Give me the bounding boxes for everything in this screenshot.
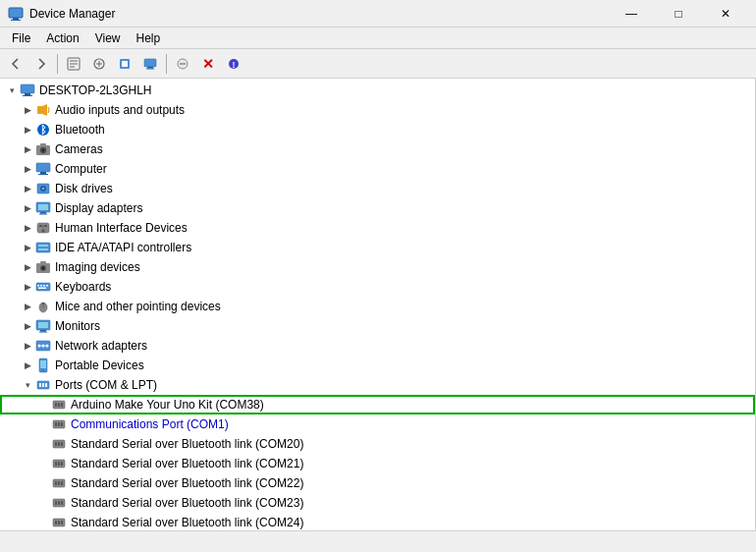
- tree-root[interactable]: ▾ DESKTOP-2L3GHLH: [0, 81, 755, 100]
- svg-rect-95: [58, 481, 60, 485]
- ide-expand[interactable]: ▶: [20, 240, 35, 255]
- device-tree[interactable]: ▾ DESKTOP-2L3GHLH ▶ Audio inputs and: [0, 79, 756, 530]
- svg-rect-82: [55, 422, 57, 426]
- toolbar-uninstall[interactable]: ✕: [196, 52, 220, 76]
- imaging-label: Imaging devices: [55, 260, 140, 274]
- title-bar-text: Device Manager: [29, 7, 609, 21]
- toolbar-properties[interactable]: [62, 52, 85, 76]
- mice-expand[interactable]: ▶: [20, 299, 35, 314]
- keyboards-label: Keyboards: [55, 280, 111, 294]
- svg-rect-94: [55, 481, 57, 485]
- tree-item-imaging[interactable]: ▶ Imaging devices: [0, 257, 755, 277]
- disk-label: Disk drives: [55, 182, 113, 195]
- tree-item-ide[interactable]: ▶ IDE ATA/ATAPI controllers: [0, 238, 755, 257]
- toolbar-action[interactable]: !: [222, 52, 245, 76]
- computer-label: Computer: [55, 162, 107, 176]
- monitors-label: Monitors: [55, 319, 100, 333]
- com21-icon: [51, 456, 67, 471]
- svg-rect-11: [122, 61, 128, 67]
- audio-expand[interactable]: ▶: [20, 102, 35, 118]
- svg-rect-90: [55, 462, 57, 466]
- maximize-button[interactable]: □: [656, 0, 701, 28]
- svg-point-67: [46, 345, 49, 348]
- imaging-expand[interactable]: ▶: [20, 259, 35, 275]
- svg-rect-103: [58, 521, 60, 524]
- display-icon: [35, 200, 51, 216]
- svg-rect-102: [55, 521, 57, 524]
- tree-item-com20[interactable]: Standard Serial over Bluetooth link (COM…: [0, 434, 755, 454]
- ide-icon: [35, 240, 51, 255]
- tree-item-portable[interactable]: ▶ Portable Devices: [0, 356, 755, 375]
- portable-expand[interactable]: ▶: [20, 358, 35, 373]
- svg-rect-38: [39, 214, 47, 215]
- menu-bar: File Action View Help: [0, 28, 756, 49]
- hid-expand[interactable]: ▶: [20, 220, 35, 236]
- svg-text:ᛒ: ᛒ: [40, 124, 47, 136]
- svg-rect-99: [58, 501, 60, 505]
- close-button[interactable]: ✕: [703, 0, 748, 28]
- svg-rect-45: [38, 245, 48, 247]
- disk-expand[interactable]: ▶: [20, 181, 35, 196]
- tree-item-keyboards[interactable]: ▶ Keyboards: [0, 277, 755, 297]
- ports-expand[interactable]: ▾: [20, 377, 35, 393]
- toolbar-computer[interactable]: [138, 52, 162, 76]
- svg-point-72: [42, 369, 44, 371]
- tree-item-bluetooth[interactable]: ▶ ᛒ Bluetooth: [0, 120, 755, 139]
- tree-item-network[interactable]: ▶ Network adapters: [0, 336, 755, 356]
- title-bar-controls: — □ ✕: [609, 0, 748, 28]
- keyboards-expand[interactable]: ▶: [20, 279, 35, 295]
- menu-file[interactable]: File: [4, 29, 38, 47]
- tree-item-audio[interactable]: ▶ Audio inputs and outputs: [0, 100, 755, 120]
- tree-item-com21[interactable]: Standard Serial over Bluetooth link (COM…: [0, 454, 755, 473]
- bluetooth-expand[interactable]: ▶: [20, 122, 35, 138]
- display-expand[interactable]: ▶: [20, 200, 35, 216]
- menu-view[interactable]: View: [87, 29, 129, 47]
- svg-rect-31: [38, 174, 48, 175]
- tree-item-mice[interactable]: ▶ Mice and other pointing devices: [0, 297, 755, 316]
- mice-icon: [35, 299, 51, 314]
- tree-item-monitors[interactable]: ▶ Monitors: [0, 316, 755, 336]
- network-expand[interactable]: ▶: [20, 338, 35, 354]
- com23-label: Standard Serial over Bluetooth link (COM…: [71, 496, 303, 510]
- minimize-button[interactable]: —: [609, 0, 654, 28]
- tree-item-computer[interactable]: ▶ Computer: [0, 159, 755, 179]
- root-expand[interactable]: ▾: [4, 83, 20, 98]
- toolbar-scan[interactable]: [87, 52, 111, 76]
- tree-item-com24[interactable]: Standard Serial over Bluetooth link (COM…: [0, 513, 755, 530]
- monitors-expand[interactable]: ▶: [20, 318, 35, 334]
- network-icon: [35, 338, 51, 354]
- tree-item-hid[interactable]: ▶ Human Interface Devices: [0, 218, 755, 238]
- svg-rect-71: [40, 360, 46, 368]
- com24-icon: [51, 515, 67, 530]
- svg-rect-22: [37, 106, 42, 114]
- monitors-icon: [35, 318, 51, 334]
- svg-rect-0: [9, 8, 23, 18]
- svg-rect-74: [39, 383, 41, 387]
- tree-item-cameras[interactable]: ▶ Cameras: [0, 139, 755, 159]
- tree-item-arduino[interactable]: Arduino Make Your Uno Kit (COM38): [0, 395, 755, 414]
- svg-point-49: [42, 267, 45, 270]
- menu-help[interactable]: Help: [129, 29, 169, 47]
- svg-rect-61: [38, 322, 48, 328]
- tree-item-com22[interactable]: Standard Serial over Bluetooth link (COM…: [0, 473, 755, 493]
- tree-item-com1[interactable]: Communications Port (COM1): [0, 414, 755, 434]
- svg-rect-63: [39, 332, 47, 333]
- computer-expand[interactable]: ▶: [20, 161, 35, 177]
- tree-item-display[interactable]: ▶ Display adapters: [0, 198, 755, 218]
- toolbar-update[interactable]: [113, 52, 136, 76]
- tree-item-disk[interactable]: ▶ Disk drives: [0, 179, 755, 198]
- svg-rect-76: [45, 383, 47, 387]
- svg-rect-52: [37, 285, 39, 287]
- menu-action[interactable]: Action: [38, 29, 86, 47]
- svg-rect-46: [38, 248, 48, 250]
- toolbar-disable[interactable]: [171, 52, 194, 76]
- toolbar-back[interactable]: [4, 52, 27, 76]
- com20-icon: [51, 436, 67, 452]
- computer-icon: [35, 161, 51, 177]
- toolbar-forward[interactable]: [29, 52, 53, 76]
- tree-item-com23[interactable]: Standard Serial over Bluetooth link (COM…: [0, 493, 755, 513]
- cameras-expand[interactable]: ▶: [20, 141, 35, 157]
- tree-item-ports[interactable]: ▾ Ports (COM & LPT): [0, 375, 755, 395]
- audio-label: Audio inputs and outputs: [55, 103, 185, 117]
- svg-rect-19: [21, 84, 34, 93]
